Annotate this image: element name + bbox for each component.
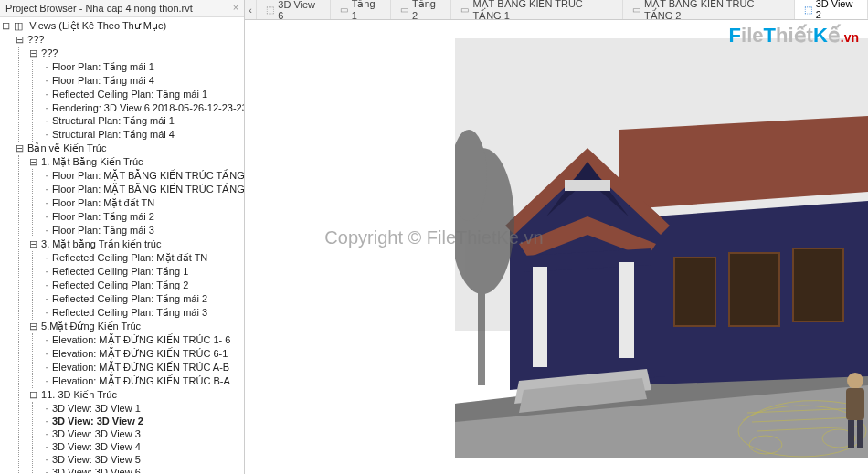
tree-label: ??? — [41, 47, 58, 58]
tree-item[interactable]: ·Reflected Ceiling Plan: Tầng mái 3 — [41, 306, 244, 320]
tree-item[interactable]: ·Floor Plan: Mặt đất TN — [41, 196, 244, 210]
leaf-icon: · — [41, 129, 52, 140]
tabs-scroll-left-icon[interactable]: ‹ — [245, 0, 257, 19]
tab-label: 3D View 2 — [816, 0, 858, 20]
tree-item[interactable]: ·Reflected Ceiling Plan: Tầng mái 2 — [41, 292, 244, 306]
tree-group[interactable]: ⊟ 1. Mặt Bằng Kiến Trúc — [27, 155, 244, 169]
tree-label: Views (Liệt Kê Theo Thư Mục) — [29, 20, 166, 32]
tree-label: Reflected Ceiling Plan: Tầng 2 — [52, 279, 188, 291]
panel-close-icon[interactable]: × — [229, 2, 242, 15]
tree-item[interactable]: ·Elevation: MẶT ĐỨNG KIẾN TRÚC 1- 6 — [41, 333, 244, 347]
collapse-icon[interactable]: ⊟ — [27, 321, 38, 332]
tree-item[interactable]: ·3D View: 3D View 2 — [41, 415, 244, 427]
tree-item[interactable]: ·3D View: 3D View 6 — [41, 466, 244, 473]
leaf-icon: · — [41, 454, 52, 465]
collapse-icon[interactable]: ⊟ — [14, 142, 25, 154]
tree-group[interactable]: ⊟ Bản vẽ Kiến Trúc — [14, 142, 244, 155]
tab-label: 3D View 6 — [278, 0, 320, 20]
tree-item[interactable]: ·Structural Plan: Tầng mái 4 — [41, 128, 244, 142]
leaf-icon: · — [41, 89, 52, 100]
tree-item[interactable]: ·3D View: 3D View 5 — [41, 453, 244, 466]
tree-item[interactable]: ·Structural Plan: Tầng mái 1 — [41, 114, 244, 128]
tree-group[interactable]: ⊟ 3. Mặt bằng Trần kiến trúc — [27, 237, 244, 251]
leaf-icon: · — [41, 266, 52, 277]
svg-rect-13 — [619, 262, 634, 363]
tab-3d-view-6[interactable]: ⬚3D View 6 — [257, 0, 330, 19]
tab-mat-bang-2[interactable]: ▭MẶT BẰNG KIẾN TRÚC TẦNG 2 — [623, 0, 795, 19]
panel-title: Project Browser - Nha cap 4 nong thon.rv… — [0, 0, 244, 17]
collapse-icon[interactable]: ⊟ — [0, 20, 11, 32]
svg-rect-9 — [565, 180, 610, 191]
view-tabs: ‹ ⬚3D View 6 ▭Tầng 1 ▭Tầng 2 ▭MẶT BẰNG K… — [245, 0, 868, 20]
tree-item[interactable]: ·Elevation: MẶT ĐỨNG KIẾN TRÚC A-B — [41, 361, 244, 374]
tree-label: 3D View: 3D View 5 — [52, 454, 141, 465]
tree-label: Reflected Ceiling Plan: Tầng mái 1 — [52, 89, 207, 100]
tree-label: Bản vẽ Kiến Trúc — [27, 142, 106, 154]
leaf-icon: · — [41, 362, 52, 373]
tree-item[interactable]: ·Floor Plan: MẶT BẰNG KIẾN TRÚC TẦNG 2 — [41, 183, 244, 196]
leaf-icon: · — [41, 184, 52, 195]
svg-rect-12 — [533, 267, 547, 372]
tree-item[interactable]: ·Reflected Ceiling Plan: Tầng 1 — [41, 265, 244, 279]
collapse-icon[interactable]: ⊟ — [27, 389, 38, 401]
svg-rect-14 — [531, 367, 549, 380]
tree-group[interactable]: ⊟ ??? — [14, 33, 244, 47]
tree-label: Rendering: 3D View 6 2018-05-26-12-23-23… — [52, 102, 244, 113]
leaf-icon: · — [41, 102, 52, 113]
tree-label: 5.Mặt Đứng Kiến Trúc — [41, 321, 141, 332]
plan-icon: ▭ — [460, 5, 469, 15]
plan-icon: ▭ — [340, 5, 348, 15]
svg-rect-31 — [846, 388, 864, 420]
tree-label: Elevation: MẶT ĐỨNG KIẾN TRÚC 6-1 — [52, 348, 228, 360]
tree-item[interactable]: ·Floor Plan: MẶT BẰNG KIẾN TRÚC TẦNG 1 — [41, 169, 244, 183]
tree-label: Elevation: MẶT ĐỨNG KIẾN TRÚC 1- 6 — [52, 334, 230, 346]
tree-item[interactable]: ·Floor Plan: Tầng mái 2 — [41, 210, 244, 224]
tree-item[interactable]: ·Floor Plan: Tầng mái 4 — [41, 74, 244, 88]
tree-label: 3D View: 3D View 1 — [52, 403, 141, 414]
tree-item[interactable]: ·Reflected Ceiling Plan: Tầng mái 1 — [41, 88, 244, 101]
tree-root[interactable]: ⊟ ◫ Views (Liệt Kê Theo Thư Mục) — [0, 19, 244, 33]
tree-label: Floor Plan: Tầng mái 4 — [52, 75, 154, 87]
tree-item[interactable]: ·Elevation: MẶT ĐỨNG KIẾN TRÚC B-A — [41, 374, 244, 388]
tree-label: 3D View: 3D View 3 — [52, 428, 141, 439]
plan-icon: ▭ — [400, 5, 408, 15]
tab-3d-view-2[interactable]: ⬚3D View 2 — [795, 0, 868, 20]
collapse-icon[interactable]: ⊟ — [27, 47, 38, 59]
svg-rect-18 — [674, 258, 715, 326]
tree-item[interactable]: ·Elevation: MẶT ĐỨNG KIẾN TRÚC 6-1 — [41, 347, 244, 361]
tree-label: 1. Mặt Bằng Kiến Trúc — [41, 156, 143, 168]
leaf-icon: · — [41, 403, 52, 414]
tree-item[interactable]: ·3D View: 3D View 3 — [41, 427, 244, 440]
tree-item[interactable]: ·Reflected Ceiling Plan: Tầng 2 — [41, 279, 244, 292]
views-icon: ◫ — [14, 20, 25, 32]
project-tree[interactable]: ⊟ ◫ Views (Liệt Kê Theo Thư Mục) ⊟ ??? ⊟… — [0, 17, 244, 473]
leaf-icon: · — [41, 467, 52, 473]
tree-group[interactable]: ⊟ 11. 3D Kiến Trúc — [27, 388, 244, 402]
plan-icon: ▭ — [632, 5, 640, 15]
tree-item[interactable]: ·3D View: 3D View 4 — [41, 440, 244, 453]
leaf-icon: · — [41, 307, 52, 318]
watermark-logo: FileThiếtKế.vn — [729, 24, 859, 47]
leaf-icon: · — [41, 170, 52, 181]
collapse-icon[interactable]: ⊟ — [27, 156, 38, 168]
leaf-icon: · — [41, 334, 52, 345]
tree-label: Elevation: MẶT ĐỨNG KIẾN TRÚC A-B — [52, 362, 229, 374]
tab-label: MẶT BẰNG KIẾN TRÚC TẦNG 2 — [644, 0, 785, 20]
tab-mat-bang-1[interactable]: ▭MẶT BẰNG KIẾN TRÚC TẦNG 1 — [451, 0, 623, 19]
tree-item[interactable]: ·Rendering: 3D View 6 2018-05-26-12-23-2… — [41, 101, 244, 114]
tree-item[interactable]: ·3D View: 3D View 1 — [41, 402, 244, 415]
viewport-3d[interactable]: FileThiếtKế.vn — [245, 20, 868, 474]
tree-item[interactable]: ·Reflected Ceiling Plan: Mặt đất TN — [41, 251, 244, 265]
tree-label: Floor Plan: Tầng mái 2 — [52, 211, 154, 223]
tab-tang-1[interactable]: ▭Tầng 1 — [331, 0, 391, 19]
leaf-icon: · — [41, 225, 52, 236]
tab-tang-2[interactable]: ▭Tầng 2 — [391, 0, 451, 19]
collapse-icon[interactable]: ⊟ — [27, 238, 38, 250]
tree-group[interactable]: ⊟ ??? — [27, 47, 244, 60]
svg-rect-23 — [478, 276, 485, 385]
tree-item[interactable]: ·Floor Plan: Tầng mái 3 — [41, 224, 244, 237]
tree-item[interactable]: ·Floor Plan: Tầng mái 1 — [41, 60, 244, 74]
collapse-icon[interactable]: ⊟ — [14, 34, 25, 46]
tree-group[interactable]: ⊟ 5.Mặt Đứng Kiến Trúc — [27, 320, 244, 333]
leaf-icon: · — [41, 197, 52, 208]
